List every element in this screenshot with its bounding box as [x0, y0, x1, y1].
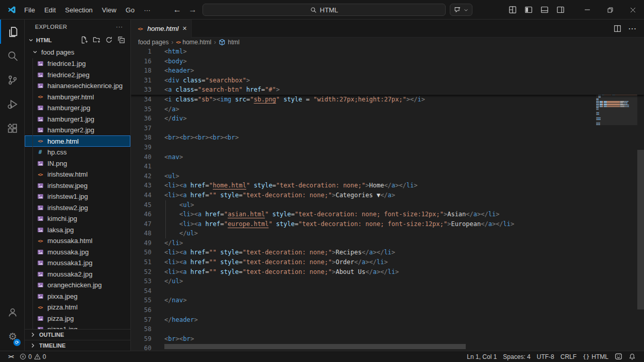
code-line-58[interactable]: 58: [131, 324, 644, 334]
back-button[interactable]: ←: [172, 5, 183, 14]
file-hamburger2.jpg[interactable]: hamburger2.jpg: [25, 125, 130, 136]
code-line-38[interactable]: 38<br><br><br><br><br>: [131, 133, 644, 143]
code-line-48[interactable]: 48 </ul>: [131, 229, 644, 238]
code-line-16[interactable]: 16<body>: [131, 57, 644, 66]
refresh-icon[interactable]: [105, 36, 113, 44]
code-line-34[interactable]: 34<i class="sb"><img src="sb.png" style …: [131, 95, 644, 105]
code-line-47[interactable]: 47 <li><a href="europe.html" style="text…: [131, 219, 644, 229]
status-feedback[interactable]: [612, 351, 625, 362]
status-remote-indicator[interactable]: ><: [5, 351, 16, 362]
code-editor[interactable]: 1<html>16<body>18<header>31<div class="s…: [131, 47, 644, 351]
folder-food-pages[interactable]: food pages: [25, 46, 130, 58]
file-moussaka2.jpg[interactable]: moussaka2.jpg: [25, 268, 130, 280]
code-line-42[interactable]: 42<ul>: [131, 171, 644, 181]
tab-close-icon[interactable]: ✕: [182, 25, 187, 32]
file-hp.css[interactable]: #hp.css: [25, 147, 130, 158]
minimap-slider[interactable]: [596, 90, 637, 125]
file-hamburger.jpg[interactable]: hamburger.jpg: [25, 102, 130, 114]
file-moussaka.jpg[interactable]: moussaka.jpg: [25, 246, 130, 257]
breadcrumb-item[interactable]: html: [218, 39, 240, 46]
collapse-all-icon[interactable]: [117, 36, 125, 44]
split-editor-icon[interactable]: [614, 25, 621, 32]
file-kimchi.jpg[interactable]: kimchi.jpg: [25, 213, 130, 225]
vertical-scrollbar[interactable]: [637, 150, 644, 309]
activity-explorer[interactable]: [0, 20, 24, 44]
status-problems[interactable]: 00: [16, 351, 49, 362]
menu-view[interactable]: View: [97, 4, 121, 16]
horizontal-scrollbar[interactable]: [164, 344, 466, 349]
file-home.html[interactable]: <>home.html: [25, 135, 130, 147]
toggle-secondary-sidebar-icon[interactable]: [556, 6, 565, 14]
activity-accounts[interactable]: [0, 300, 24, 324]
file-hainanesechickenrice.jpg[interactable]: hainanesechickenrice.jpg: [25, 80, 130, 92]
menu-file[interactable]: File: [20, 4, 40, 16]
status-cursor-position[interactable]: Ln 1, Col 1: [464, 351, 500, 362]
breadcrumb-item[interactable]: food pages: [138, 39, 168, 46]
command-center-search[interactable]: HTML: [202, 4, 446, 16]
file-moussaka.html[interactable]: <>moussaka.html: [25, 235, 130, 247]
toggle-sidebar-icon[interactable]: [524, 6, 533, 14]
code-line-1[interactable]: 1<html>: [131, 47, 644, 57]
activity-source-control[interactable]: [0, 68, 24, 92]
code-line-41[interactable]: 41: [131, 162, 644, 171]
file-irishstew1.jpg[interactable]: irishstew1.jpg: [25, 191, 130, 202]
restore-button[interactable]: [599, 0, 621, 20]
status-language-mode[interactable]: {}HTML: [580, 351, 612, 362]
file-hamburger1.jpg[interactable]: hamburger1.jpg: [25, 113, 130, 125]
activity-search[interactable]: [0, 44, 24, 68]
code-line-35[interactable]: 35</a>: [131, 105, 644, 114]
close-button[interactable]: [621, 0, 644, 20]
toggle-panel-icon[interactable]: [540, 6, 549, 14]
code-line-54[interactable]: 54: [131, 286, 644, 296]
status-indentation[interactable]: Spaces: 4: [500, 351, 533, 362]
customize-layout-icon[interactable]: [509, 6, 517, 14]
code-line-46[interactable]: 46 <li><a href="asian.html" style="text-…: [131, 210, 644, 219]
code-line-31[interactable]: 31<div class="searchbox">: [131, 76, 644, 85]
activity-settings[interactable]: ⚙⟳: [0, 324, 24, 349]
file-laksa.jpg[interactable]: laksa.jpg: [25, 224, 130, 235]
breadcrumb-item[interactable]: <>home.html: [176, 39, 211, 46]
code-line-44[interactable]: 44<li><a href="" style="text-decoration:…: [131, 191, 644, 200]
menu-go[interactable]: Go: [121, 4, 139, 16]
file-irishstew.html[interactable]: <>irishstew.html: [25, 169, 130, 180]
file-irishstew.jpeg[interactable]: irishstew.jpeg: [25, 180, 130, 191]
status-eol-sequence[interactable]: CRLF: [557, 351, 580, 362]
file-friedrice1.jpg[interactable]: friedrice1.jpg: [25, 58, 130, 70]
code-line-57[interactable]: 57</header>: [131, 315, 644, 325]
copilot-button[interactable]: [450, 4, 472, 16]
code-line-53[interactable]: 53</ul>: [131, 277, 644, 286]
code-line-33[interactable]: 33<a class="search-btn" href="#">: [131, 85, 644, 95]
outline-section[interactable]: OUTLINE: [25, 329, 130, 340]
code-line-59[interactable]: 59<br><br>: [131, 334, 644, 344]
status-notifications[interactable]: [625, 351, 639, 362]
code-line-49[interactable]: 49</li>: [131, 238, 644, 248]
code-line-45[interactable]: 45 <ul>: [131, 200, 644, 210]
status-encoding[interactable]: UTF-8: [534, 351, 557, 362]
new-file-icon[interactable]: [80, 36, 88, 44]
code-line-36[interactable]: 36</div>: [131, 114, 644, 124]
file-hamburger.html[interactable]: <>hamburger.html: [25, 91, 130, 102]
file-IN.png[interactable]: IN.png: [25, 158, 130, 169]
explorer-more-actions-icon[interactable]: ···: [116, 24, 123, 30]
code-line-37[interactable]: 37: [131, 124, 644, 133]
file-friedrice2.jpeg[interactable]: friedrice2.jpeg: [25, 69, 130, 80]
file-pizza1.jpg[interactable]: pizza1.jpg: [25, 324, 130, 329]
code-line-52[interactable]: 52<li><a href="" style="text-decoration:…: [131, 267, 644, 277]
code-line-40[interactable]: 40<nav>: [131, 152, 644, 162]
code-line-56[interactable]: 56: [131, 305, 644, 315]
menu-edit[interactable]: Edit: [40, 4, 60, 16]
code-line-43[interactable]: 43<li><a href="home.html" style="text-de…: [131, 181, 644, 191]
file-orangechicken.jpg[interactable]: orangechicken.jpg: [25, 280, 130, 291]
file-moussaka1.jpg[interactable]: moussaka1.jpg: [25, 257, 130, 269]
activity-extensions[interactable]: [0, 116, 24, 141]
file-pizza.html[interactable]: <>pizza.html: [25, 302, 130, 313]
timeline-section[interactable]: TIMELINE: [25, 340, 130, 351]
menu-selection[interactable]: Selection: [60, 4, 97, 16]
file-pixxa.jpeg[interactable]: pixxa.jpeg: [25, 290, 130, 302]
file-pizza.jpg[interactable]: pizza.jpg: [25, 313, 130, 324]
more-menu[interactable]: ···: [139, 4, 155, 16]
code-line-51[interactable]: 51<li><a href="" style="text-decoration:…: [131, 257, 644, 267]
code-line-50[interactable]: 50<li><a href="" style="text-decoration:…: [131, 248, 644, 257]
tab-home-html[interactable]: <> home.html ✕: [131, 20, 192, 38]
section-html[interactable]: HTML: [25, 34, 130, 46]
